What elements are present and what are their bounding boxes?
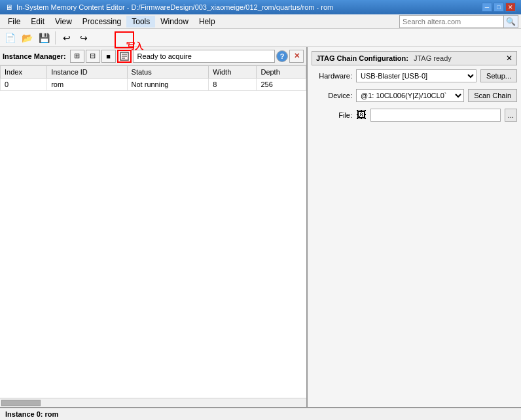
jtag-close-button[interactable]: ✕ <box>506 54 512 63</box>
instance-table: Index Instance ID Status Width Depth 0 r… <box>0 65 306 398</box>
menu-processing[interactable]: Processing <box>77 16 126 27</box>
device-row: Device: @1: 10CL006(Y|Z)/10CL0` Scan Cha… <box>312 89 517 102</box>
search-button[interactable]: 🔍 <box>504 15 518 28</box>
scan-chain-button[interactable]: Scan Chain <box>468 89 517 102</box>
menu-view[interactable]: View <box>50 16 77 27</box>
col-header-instance-id: Instance ID <box>47 66 127 79</box>
toolbar-undo-btn[interactable]: ↩ <box>60 31 74 45</box>
minimize-button[interactable]: ─ <box>482 3 492 12</box>
inst-btn-stop[interactable]: ■ <box>101 50 116 63</box>
device-label: Device: <box>312 92 352 99</box>
ready-status-text: Ready to acquire <box>133 50 275 63</box>
setup-button[interactable]: Setup... <box>480 69 517 82</box>
menu-window[interactable]: Window <box>155 16 194 27</box>
menu-tools[interactable]: Tools <box>126 16 155 27</box>
toolbar-redo-btn[interactable]: ↪ <box>77 31 91 45</box>
left-panel: Instance Manager: ⊞ ⊟ ■ Ready to acquire… <box>0 47 308 407</box>
menu-edit[interactable]: Edit <box>26 16 50 27</box>
right-panel: JTAG Chain Configuration: JTAG ready ✕ H… <box>308 47 521 407</box>
inst-btn-write[interactable] <box>117 50 132 63</box>
menu-help[interactable]: Help <box>194 16 221 27</box>
hardware-row: Hardware: USB-Blaster [USB-0] Setup... <box>312 69 517 82</box>
hex-viewer-title: Instance 0: rom <box>0 408 521 420</box>
toolbar-sep1 <box>55 31 56 44</box>
window-title: In-System Memory Content Editor - D:/Fir… <box>16 3 482 11</box>
toolbar-save-btn[interactable]: 💾 <box>37 31 51 45</box>
menu-file[interactable]: File <box>3 16 26 27</box>
horizontal-scrollbar[interactable] <box>0 398 306 407</box>
scrollbar-thumb[interactable] <box>1 400 41 406</box>
inst-btn-2[interactable]: ⊟ <box>86 50 100 63</box>
table-row[interactable]: 0 rom Not running 8 256 <box>1 79 306 91</box>
menubar: File Edit View Processing Tools Window H… <box>0 14 521 29</box>
window-controls: ─ □ ✕ <box>482 3 516 12</box>
jtag-status-text: JTAG ready <box>414 54 506 62</box>
titlebar: 🖥 In-System Memory Content Editor - D:/F… <box>0 0 521 14</box>
file-row: File: 🖼 ... <box>312 109 517 122</box>
main-area: Instance Manager: ⊞ ⊟ ■ Ready to acquire… <box>0 47 521 407</box>
app-icon: 🖥 <box>5 3 12 11</box>
cell-index: 0 <box>1 79 47 91</box>
cell-depth: 256 <box>257 79 306 91</box>
col-header-index: Index <box>1 66 47 79</box>
hardware-select[interactable]: USB-Blaster [USB-0] <box>356 69 476 82</box>
help-button[interactable]: ? <box>276 50 288 62</box>
file-label: File: <box>312 111 352 119</box>
col-header-width: Width <box>209 66 257 79</box>
instance-manager-bar: Instance Manager: ⊞ ⊟ ■ Ready to acquire… <box>0 47 306 65</box>
device-select[interactable]: @1: 10CL006(Y|Z)/10CL0` <box>356 89 464 102</box>
cell-id: rom <box>47 79 127 91</box>
jtag-config-label: JTAG Chain Configuration: <box>316 54 408 62</box>
file-browse-button[interactable]: ... <box>505 109 517 122</box>
toolbar-new-btn[interactable]: 📄 <box>3 31 17 45</box>
toolbar-open-btn[interactable]: 📂 <box>20 31 34 45</box>
inst-btn-1[interactable]: ⊞ <box>70 50 84 63</box>
jtag-config-header: JTAG Chain Configuration: JTAG ready ✕ <box>312 51 517 65</box>
hardware-label: Hardware: <box>312 72 352 80</box>
panel-close-button[interactable]: ✕ <box>289 50 304 63</box>
file-icon: 🖼 <box>356 109 367 121</box>
cell-status: Not running <box>127 79 209 91</box>
instance-manager-label: Instance Manager: <box>3 52 66 60</box>
maximize-button[interactable]: □ <box>494 3 504 12</box>
file-input[interactable] <box>370 109 501 122</box>
close-button[interactable]: ✕ <box>505 3 516 12</box>
cell-width: 8 <box>209 79 257 91</box>
search-input[interactable] <box>399 15 504 28</box>
search-area: 🔍 <box>399 15 518 28</box>
hex-viewer-panel: Instance 0: rom 00000080 83 86 89 8C 90 … <box>0 407 521 420</box>
col-header-depth: Depth <box>257 66 306 79</box>
col-header-status: Status <box>127 66 209 79</box>
toolbar: 📄 📂 💾 ↩ ↪ <box>0 29 521 47</box>
